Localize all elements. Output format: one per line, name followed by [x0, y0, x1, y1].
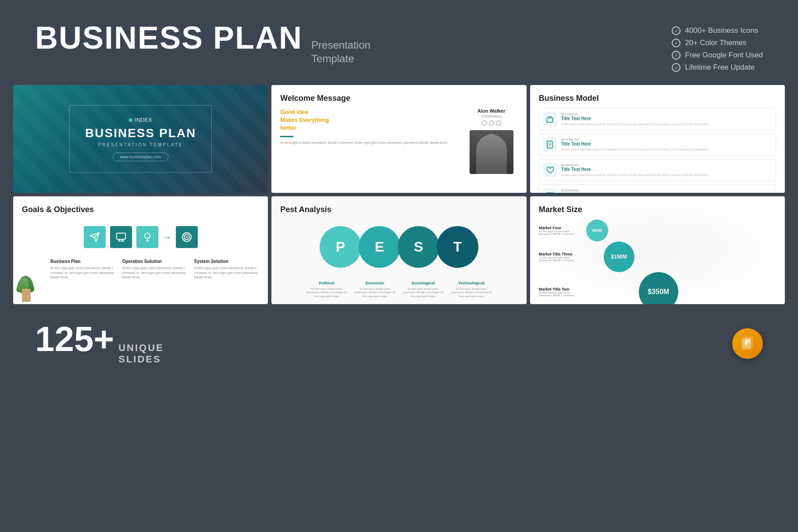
- market-item-text: At Vero egos et gulo lorem panciamos. Ba…: [539, 291, 583, 297]
- model-desc: At Vero egos et gulo lorem panciamos. Ba…: [561, 122, 772, 126]
- model-content: Business Title Text Here At Vero egos et…: [561, 112, 772, 126]
- check-icon: ✓: [672, 26, 680, 35]
- model-desc: At Vero egos et gulo lorem panciamos. Ba…: [561, 173, 772, 177]
- index-label: INDEX: [135, 117, 152, 123]
- model-icon: [543, 138, 557, 152]
- main-title: BUSINESS PLAN: [35, 22, 303, 53]
- pest-circle-s: S: [398, 226, 439, 268]
- model-item-title: Title Text Here: [561, 116, 772, 121]
- model-item-title: Title Text Here: [561, 142, 772, 146]
- goals-icon-box: [110, 226, 132, 248]
- model-label: Business: [561, 163, 772, 167]
- pest-circle-p: P: [320, 226, 361, 268]
- pest-label-col: Political At Vero egos et gulo lorem pan…: [306, 281, 347, 298]
- pest-label-text: At Vero egos et gulo lorem panciamos. Ba…: [354, 287, 395, 298]
- pest-title: Pest Analysis: [280, 205, 331, 214]
- heart-icon: [546, 166, 554, 174]
- slides-count: 125+: [35, 322, 114, 357]
- welcome-divider: [280, 136, 293, 137]
- tagline-line3: better: [280, 124, 296, 131]
- goals-col-text: At Vero egos gulo Lorem panciamos. Bandi…: [194, 266, 260, 280]
- pest-circles: P E S T: [321, 226, 477, 268]
- footer-label-line1: UNIQUE: [118, 342, 164, 354]
- cover-subtitle: PRESENTATION TEMPLATE: [85, 142, 196, 147]
- feature-item: ✓ Lifetime Free Update: [672, 63, 763, 72]
- pest-circle-t: T: [437, 226, 478, 268]
- features-list: ✓ 4000+ Business Icons ✓ 20+ Color Theme…: [672, 22, 763, 72]
- model-label: Business: [561, 138, 772, 142]
- slide-welcome[interactable]: Welcome Message Good Idea Makes Everythi…: [271, 85, 526, 193]
- goals-icons: →: [22, 226, 259, 248]
- model-row: Business Title Text Here At Vero egos et…: [539, 134, 776, 156]
- market-bubble-large: $350M: [639, 272, 678, 304]
- market-item-title: Market Four: [539, 226, 583, 230]
- svg-rect-9: [117, 233, 125, 239]
- model-label: Business: [561, 188, 772, 192]
- market-bubble-offset: $150M: [604, 241, 634, 272]
- svg-point-13: [145, 233, 150, 238]
- market-bubble-offset: $350M: [639, 272, 678, 304]
- powerpoint-badge: P: [732, 328, 763, 359]
- monitor-icon: [116, 232, 126, 242]
- monitor-icon: [546, 192, 554, 193]
- feature-label: Free Google Font Used: [685, 51, 763, 60]
- cover-title: BUSINESS PLAN: [85, 127, 196, 140]
- welcome-right: Alon Walker CEO/Director: [465, 108, 518, 184]
- welcome-title: Welcome Message: [280, 94, 517, 103]
- footer-unique: UNIQUE SLIDES: [118, 342, 164, 365]
- model-title: Business Model: [539, 94, 776, 103]
- footer-slides: 125+ UNIQUE SLIDES: [35, 322, 164, 365]
- slide-goals[interactable]: Goals & Objectives: [13, 196, 268, 304]
- model-rows: Business Title Text Here At Vero egos et…: [539, 108, 776, 193]
- plant-illustration: [15, 271, 39, 302]
- pest-label-text: At Vero egos et gulo lorem panciamos. Ba…: [402, 287, 444, 298]
- goals-icon-box: [84, 226, 106, 248]
- person-silhouette: [476, 135, 507, 174]
- pest-circle-e: E: [359, 226, 400, 268]
- social-icon: [489, 121, 494, 126]
- goals-col: Operation Solution At Vero egos gulo Lor…: [122, 259, 188, 280]
- market-row: Market Four At Vero egos et gulo lorem p…: [539, 220, 776, 241]
- cover-inner: INDEX BUSINESS PLAN PRESENTATION TEMPLAT…: [69, 105, 212, 173]
- model-label: Business: [561, 112, 772, 116]
- welcome-tagline: Good Idea Makes Everything better: [280, 108, 458, 132]
- vase: [22, 289, 31, 302]
- slide-business-model[interactable]: Business Model Business Title Text Here …: [530, 85, 785, 193]
- model-icon: [543, 112, 557, 126]
- paper-plane-icon: [89, 232, 100, 242]
- bulb-icon: [142, 232, 153, 242]
- welcome-body: At Vero egos et dolum panciamos. Bandit …: [280, 141, 458, 145]
- goals-col-text: At Vero egos gulo Lorem panciamos. Bandi…: [122, 266, 188, 280]
- slide-pest[interactable]: Pest Analysis P E S T Political At Vero …: [271, 196, 526, 304]
- social-icon: [496, 121, 501, 126]
- document-icon: [546, 141, 554, 149]
- pest-labels: Political At Vero egos et gulo lorem pan…: [306, 281, 492, 298]
- goals-arrow: →: [163, 232, 171, 242]
- pest-label-text: At Vero egos et gulo lorem panciamos. Ba…: [450, 287, 492, 298]
- footer-label-line2: SLIDES: [118, 354, 164, 365]
- target-icon: [182, 232, 192, 242]
- goals-title: Goals & Objectives: [22, 205, 259, 214]
- market-row: Market Title Two At Vero egos et gulo lo…: [539, 272, 776, 304]
- feature-label: 4000+ Business Icons: [685, 26, 758, 35]
- model-content: Business Title Text Here At Vero egos et…: [561, 138, 772, 151]
- goals-icon-box: [176, 226, 198, 248]
- goals-col-title: Operation Solution: [122, 259, 188, 264]
- model-icon: [543, 163, 557, 177]
- slide-market[interactable]: Market Size Market Four At Vero egos et …: [530, 196, 785, 304]
- model-row: Business Title Text Here At Vero egos et…: [539, 184, 776, 193]
- tagline-line1: Good Idea: [280, 109, 308, 115]
- model-item-title: Title Text Here: [561, 192, 772, 193]
- social-icon: [482, 121, 487, 126]
- goals-col-title: Business Plan: [50, 259, 116, 264]
- svg-rect-0: [547, 118, 553, 122]
- goals-col-title: System Solution: [194, 259, 260, 264]
- feature-item: ✓ 4000+ Business Icons: [672, 26, 763, 35]
- market-info: Market Title Three At Vero egos et gulo …: [539, 252, 583, 262]
- market-info: Market Four At Vero egos et gulo lorem p…: [539, 226, 583, 235]
- market-info: Market Title Two At Vero egos et gulo lo…: [539, 287, 583, 297]
- briefcase-icon: [546, 115, 554, 123]
- cover-index: INDEX: [85, 117, 196, 123]
- feature-label: Lifetime Free Update: [685, 63, 755, 72]
- slide-cover[interactable]: INDEX BUSINESS PLAN PRESENTATION TEMPLAT…: [13, 85, 268, 193]
